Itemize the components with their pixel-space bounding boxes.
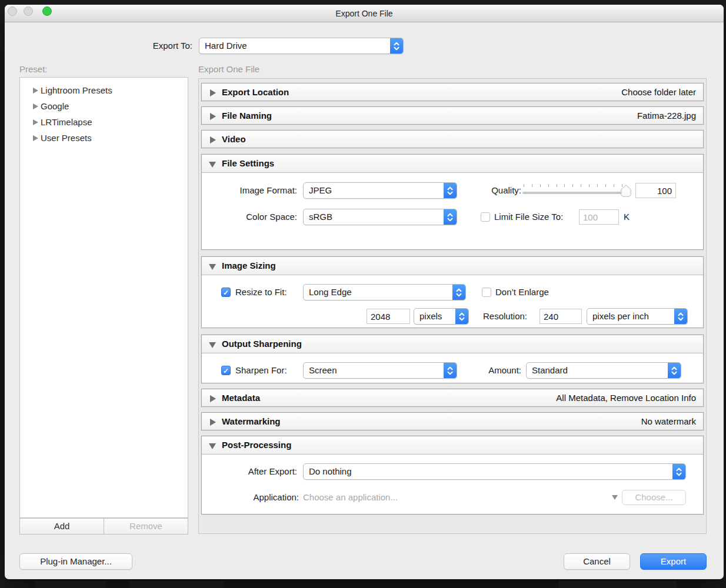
file-settings-header[interactable]: File Settings <box>202 155 703 173</box>
section-image-sizing: Image Sizing ✓ Resize to Fit: Long Edge … <box>201 256 704 328</box>
up-down-chevrons-icon[interactable] <box>390 38 403 54</box>
remove-preset-button[interactable]: Remove <box>104 518 188 534</box>
triangle-down-icon[interactable] <box>209 443 216 449</box>
section-export-location[interactable]: Export Location Choose folder later <box>201 83 704 101</box>
backdrop-block <box>35 581 106 588</box>
watermarking-summary: No watermark <box>641 413 696 430</box>
export-location-summary: Choose folder later <box>621 83 696 101</box>
zoom-button[interactable] <box>42 6 52 16</box>
export-to-popup[interactable]: Hard Drive <box>199 38 404 54</box>
amount-popup[interactable]: Standard <box>526 362 681 379</box>
slider-thumb[interactable] <box>621 185 631 199</box>
section-watermarking[interactable]: Watermarking No watermark <box>201 412 704 430</box>
triangle-right-icon[interactable] <box>210 395 216 402</box>
triangle-right-icon[interactable] <box>210 419 216 426</box>
application-placeholder: Choose an application... <box>303 489 398 506</box>
size-value-field[interactable] <box>367 309 410 324</box>
triangle-right-icon[interactable] <box>210 113 216 120</box>
application-dropdown-triangle-icon[interactable] <box>612 495 618 500</box>
triangle-right-icon[interactable] <box>210 136 216 143</box>
sharpen-for-checkbox[interactable]: ✓ <box>221 366 231 375</box>
preset-item-google[interactable]: Google <box>20 99 188 113</box>
up-down-chevrons-icon[interactable] <box>674 308 687 325</box>
image-sizing-header[interactable]: Image Sizing <box>202 257 703 275</box>
preset-list: Lightroom Presets Google LRTimelapse Use… <box>19 77 188 518</box>
after-export-popup[interactable]: Do nothing <box>303 463 686 480</box>
triangle-down-icon[interactable] <box>209 264 216 270</box>
panel-header-label: Export One File <box>198 64 259 74</box>
quality-value-field[interactable] <box>635 183 676 198</box>
section-output-sharpening: Output Sharpening ✓ Sharpen For: Screen … <box>201 335 704 383</box>
backdrop-block <box>559 581 677 588</box>
resize-to-fit-popup[interactable]: Long Edge <box>303 284 466 300</box>
resize-to-fit-checkbox[interactable]: ✓ <box>221 288 231 297</box>
resolution-unit-popup[interactable]: pixels per inch <box>587 308 688 325</box>
backdrop-block <box>129 581 224 588</box>
choose-application-button[interactable]: Choose... <box>622 490 686 505</box>
section-file-naming[interactable]: File Naming Fatima-228.jpg <box>201 106 704 125</box>
preset-item-lightroom-presets[interactable]: Lightroom Presets <box>20 83 188 98</box>
color-space-label: Color Space: <box>202 209 297 225</box>
section-metadata[interactable]: Metadata All Metadata, Remove Location I… <box>201 389 704 407</box>
sharpen-for-popup[interactable]: Screen <box>303 362 457 379</box>
add-preset-button[interactable]: Add <box>19 518 104 534</box>
dont-enlarge-checkbox[interactable] <box>482 288 491 297</box>
resize-to-fit-label: Resize to Fit: <box>235 284 287 300</box>
minimize-button[interactable] <box>24 6 33 16</box>
limit-file-size-field[interactable] <box>579 209 619 225</box>
up-down-chevrons-icon[interactable] <box>672 463 685 480</box>
title-bar: Export One File <box>5 5 724 22</box>
image-format-label: Image Format: <box>202 182 297 199</box>
limit-unit-label: K <box>624 209 630 225</box>
color-space-popup[interactable]: sRGB <box>303 209 457 225</box>
triangle-down-icon[interactable] <box>209 342 216 348</box>
limit-file-size-checkbox[interactable] <box>481 212 490 222</box>
quality-slider[interactable] <box>522 183 630 198</box>
sections-scroll-panel: Export Location Choose folder later File… <box>198 78 707 534</box>
disclosure-triangle-icon[interactable] <box>33 88 38 93</box>
preset-item-lrtimelapse[interactable]: LRTimelapse <box>20 115 188 129</box>
export-button[interactable]: Export <box>640 553 707 570</box>
slider-track[interactable] <box>522 192 630 194</box>
up-down-chevrons-icon[interactable] <box>452 284 465 300</box>
triangle-right-icon[interactable] <box>210 89 216 96</box>
output-sharpening-header[interactable]: Output Sharpening <box>202 335 703 353</box>
limit-file-size-label: Limit File Size To: <box>494 209 563 225</box>
file-naming-summary: Fatima-228.jpg <box>637 107 696 125</box>
export-to-value: Hard Drive <box>205 41 247 51</box>
disclosure-triangle-icon[interactable] <box>33 135 38 141</box>
close-button[interactable] <box>8 6 17 16</box>
up-down-chevrons-icon[interactable] <box>444 362 457 379</box>
application-label: Application: <box>202 489 299 506</box>
disclosure-triangle-icon[interactable] <box>33 119 38 125</box>
size-unit-popup[interactable]: pixels <box>414 308 469 325</box>
resolution-label: Resolution: <box>468 308 527 325</box>
preset-label: Preset: <box>19 64 48 74</box>
section-post-processing: Post-Processing After Export: Do nothing… <box>201 436 704 514</box>
up-down-chevrons-icon[interactable] <box>455 308 468 325</box>
triangle-down-icon[interactable] <box>209 162 216 168</box>
up-down-chevrons-icon[interactable] <box>444 209 457 225</box>
dont-enlarge-label: Don’t Enlarge <box>495 284 549 300</box>
image-format-popup[interactable]: JPEG <box>303 182 457 199</box>
slider-ticks <box>524 184 629 187</box>
after-export-label: After Export: <box>202 463 297 480</box>
preset-item-user-presets[interactable]: User Presets <box>20 131 188 145</box>
export-to-label: Export To: <box>64 38 192 54</box>
section-file-settings: File Settings Image Format: JPEG Quality… <box>201 154 704 250</box>
amount-label: Amount: <box>457 362 521 379</box>
quality-label: Quality: <box>457 182 521 199</box>
sharpen-for-label: Sharpen For: <box>235 362 287 379</box>
section-video[interactable]: Video <box>201 130 704 148</box>
post-processing-header[interactable]: Post-Processing <box>202 436 703 455</box>
up-down-chevrons-icon[interactable] <box>668 362 681 379</box>
metadata-summary: All Metadata, Remove Location Info <box>556 389 696 407</box>
cancel-button[interactable]: Cancel <box>564 553 630 570</box>
export-dialog-window: Export One File Export To: Hard Drive Pr… <box>5 5 724 579</box>
disclosure-triangle-icon[interactable] <box>33 103 38 109</box>
up-down-chevrons-icon[interactable] <box>444 182 457 199</box>
plugin-manager-button[interactable]: Plug-in Manager... <box>19 553 132 570</box>
window-title: Export One File <box>5 5 724 22</box>
resolution-value-field[interactable] <box>539 309 582 324</box>
